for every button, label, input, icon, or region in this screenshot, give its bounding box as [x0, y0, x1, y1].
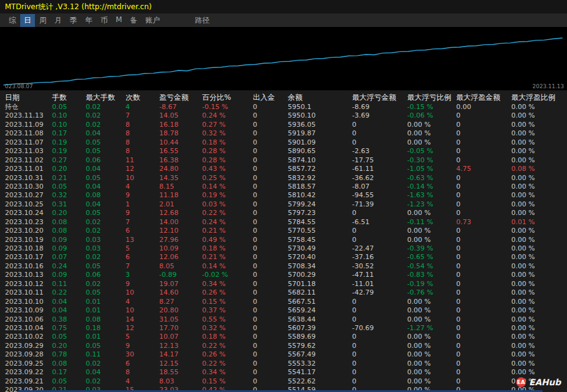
- cell: 0: [456, 262, 511, 271]
- table-row[interactable]: 2023.10.060.380.081431.050.55 %05638.440…: [0, 315, 567, 324]
- cell: 0.00 %: [511, 368, 567, 377]
- table-row[interactable]: 2023.10.200.080.02612.100.21 %05770.5500…: [0, 227, 567, 235]
- table-row[interactable]: 2023.10.300.050.0448.150.14 %05818.57-8.…: [0, 183, 567, 191]
- table-row[interactable]: 2023.11.080.170.04818.780.32 %05919.8700…: [0, 129, 567, 138]
- table-row[interactable]: 2023.10.240.200.05912.680.22 %05797.2300…: [0, 209, 567, 217]
- cell: 2023.10.31: [5, 174, 52, 183]
- cell: 2023.10.11: [5, 288, 52, 297]
- table-row[interactable]: 2023.10.020.050.01510.070.18 %05589.6900…: [0, 333, 567, 341]
- table-row[interactable]: 2023.10.160.240.0578.050.14 %05708.34-30…: [0, 262, 567, 271]
- cell: 7: [126, 218, 159, 227]
- table-row[interactable]: 2023.10.190.090.031327.960.49 %05758.450…: [0, 236, 567, 244]
- cell: 0: [352, 350, 407, 359]
- table-row[interactable]: 持仓0.050.024-8.67-0.15 %05950.1-8.69-0.15…: [0, 103, 567, 111]
- table-row[interactable]: 2023.11.010.200.041224.800.43 %05857.72-…: [0, 165, 567, 173]
- table-row[interactable]: 2023.09.250.080.02612.150.22 %05553.3200…: [0, 360, 567, 368]
- table-row[interactable]: 2023.10.130.090.063-0.89-0.02 %05700.29-…: [0, 271, 567, 279]
- cell: 0.14 %: [202, 183, 253, 191]
- cell: 0: [253, 350, 288, 359]
- menu-item-M[interactable]: M: [112, 14, 126, 27]
- cell: 0: [253, 191, 288, 200]
- cell: 5607.39: [288, 324, 352, 333]
- cell: -0.14 %: [407, 183, 456, 191]
- cell: 0.24 %: [202, 111, 253, 120]
- table-row[interactable]: 2023.10.170.070.02612.060.21 %05720.40-3…: [0, 253, 567, 262]
- chart-start-date: 023.08.07: [5, 83, 33, 89]
- table-row[interactable]: 2023.10.180.090.03510.090.18 %05730.49-2…: [0, 244, 567, 253]
- cell: 0.00 %: [511, 360, 567, 368]
- menu-item-年[interactable]: 年: [81, 14, 96, 27]
- menu-item-季[interactable]: 季: [66, 14, 81, 27]
- cell: 14: [126, 315, 159, 324]
- menu-item-综[interactable]: 综: [5, 14, 20, 27]
- cell: 0.03: [86, 236, 126, 244]
- table-row[interactable]: 2023.10.230.080.02714.000.24 %05784.55-6…: [0, 218, 567, 227]
- cell: -17.75: [352, 156, 407, 165]
- cell: 0.02: [86, 227, 126, 235]
- cell: 5638.44: [288, 315, 352, 324]
- table-row[interactable]: 2023.10.120.110.02919.070.34 %05701.18-1…: [0, 280, 567, 288]
- cell: 0: [253, 298, 288, 306]
- cell: -0.05 %: [407, 147, 456, 156]
- menu-item-币[interactable]: 币: [97, 14, 111, 27]
- cell: 0: [352, 342, 407, 350]
- menu-item-账户[interactable]: 账户: [141, 14, 163, 27]
- cell: 0.21: [52, 174, 86, 183]
- cell: 0.00 %: [511, 227, 567, 235]
- cell: 0: [456, 324, 511, 333]
- table-row[interactable]: 2023.10.090.040.011020.800.37 %05659.240…: [0, 306, 567, 315]
- table-row[interactable]: 2023.10.100.040.0148.270.15 %05667.5100.…: [0, 298, 567, 306]
- menu-item-日[interactable]: 日: [20, 14, 35, 27]
- cell: 0.00 %: [511, 200, 567, 209]
- table-row[interactable]: 2023.09.210.050.0248.030.15 %05522.6200.…: [0, 377, 567, 386]
- cell: 10.44: [159, 138, 202, 147]
- cell: 0: [253, 253, 288, 262]
- cell: 4.75: [456, 165, 511, 173]
- cell: 0.08: [86, 191, 126, 200]
- table-row[interactable]: 2023.10.270.320.08911.180.19 %05810.42-9…: [0, 191, 567, 200]
- cell: 0.04: [86, 165, 126, 173]
- cell: 0: [253, 377, 288, 386]
- cell: 19.07: [159, 280, 202, 288]
- cell: 8: [126, 138, 159, 147]
- menu-item-周[interactable]: 周: [36, 14, 50, 27]
- cell: 0.00 %: [511, 129, 567, 138]
- cell: 0.01: [86, 333, 126, 341]
- menu-item-月[interactable]: 月: [51, 14, 66, 27]
- table-row[interactable]: 2023.10.310.210.051014.350.25 %05832.92-…: [0, 174, 567, 183]
- table-row[interactable]: 2023.11.070.190.05810.440.18 %05901.0900…: [0, 138, 567, 147]
- table-row[interactable]: 2023.10.250.310.0412.010.03 %05799.24-71…: [0, 200, 567, 209]
- menu-item-path[interactable]: 路径: [191, 14, 213, 27]
- menu-item-备[interactable]: 备: [126, 14, 141, 27]
- cell: 0.00 %: [407, 350, 456, 359]
- table-row[interactable]: 2023.10.110.220.051014.600.26 %05682.11-…: [0, 288, 567, 297]
- cell: 0.00 %: [511, 298, 567, 306]
- cell: 0.32 %: [202, 324, 253, 333]
- cell: 17.70: [159, 324, 202, 333]
- table-row[interactable]: 2023.11.130.100.02714.050.24 %05950.10-3…: [0, 111, 567, 120]
- cell: 0: [352, 368, 407, 377]
- table-row[interactable]: 2023.09.280.780.113014.170.26 %05567.490…: [0, 350, 567, 359]
- table-row[interactable]: 2023.09.220.170.04818.550.34 %05541.1700…: [0, 368, 567, 377]
- cell: 2023.11.09: [5, 121, 52, 129]
- cell: 0.08: [52, 227, 86, 235]
- cell: 5700.29: [288, 271, 352, 279]
- column-header: 最大手数: [86, 92, 126, 103]
- cell: 9: [126, 191, 159, 200]
- cell: -47.11: [352, 271, 407, 279]
- column-header: 最大浮亏比例: [407, 92, 456, 103]
- cell: 0: [253, 271, 288, 279]
- table-row[interactable]: 2023.11.090.100.02816.180.27 %05936.0500…: [0, 121, 567, 129]
- cell: 0.00 %: [511, 306, 567, 315]
- cell: 2023.10.09: [5, 306, 52, 315]
- table-row[interactable]: 2023.11.020.270.061116.380.28 %05874.10-…: [0, 156, 567, 165]
- cell: 0.22 %: [202, 209, 253, 217]
- cell: 0: [352, 227, 407, 235]
- cell: 0: [456, 200, 511, 209]
- table-row[interactable]: 2023.10.040.750.181217.700.32 %05607.39-…: [0, 324, 567, 333]
- cell: 20.80: [159, 306, 202, 315]
- cell: 0: [456, 244, 511, 253]
- table-row[interactable]: 2023.09.290.200.05912.130.22 %05579.6200…: [0, 342, 567, 350]
- cell: 0.34 %: [202, 368, 253, 377]
- table-row[interactable]: 2023.11.030.190.05816.550.28 %05890.65-2…: [0, 147, 567, 156]
